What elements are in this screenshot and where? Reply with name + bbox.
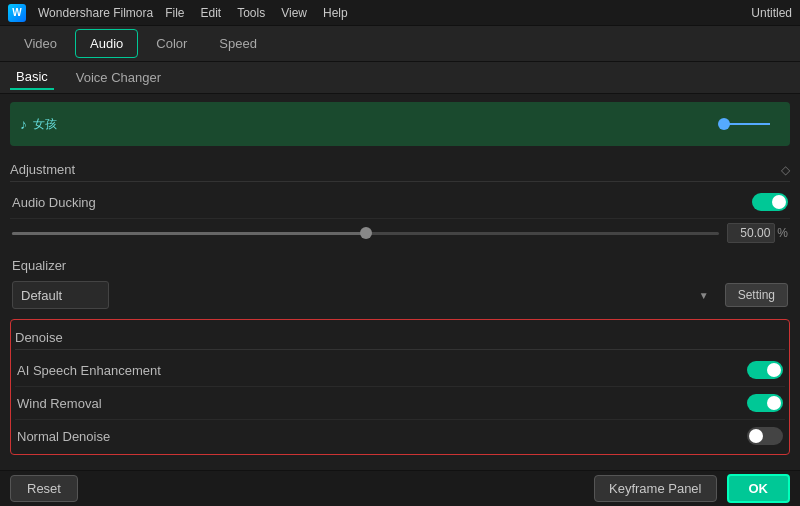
equalizer-setting-button[interactable]: Setting: [725, 283, 788, 307]
normal-denoise-row: Normal Denoise: [15, 420, 785, 452]
main-content: Adjustment ◇ Audio Ducking % Equalizer D…: [0, 154, 800, 470]
audio-ducking-value: %: [727, 223, 788, 243]
adjustment-title: Adjustment: [10, 162, 75, 177]
audio-ducking-toggle[interactable]: [752, 193, 788, 211]
wind-removal-label: Wind Removal: [17, 396, 102, 411]
menu-help[interactable]: Help: [323, 6, 348, 20]
equalizer-label: Equalizer: [12, 258, 66, 273]
menu-items: File Edit Tools View Help: [165, 6, 348, 20]
app-logo: W: [8, 4, 26, 22]
audio-ducking-slider-track[interactable]: [12, 232, 719, 235]
denoise-title: Denoise: [15, 330, 63, 345]
tab-color[interactable]: Color: [142, 30, 201, 57]
equalizer-select-wrapper: Default Flat Classical Deep Electronic H…: [12, 281, 717, 309]
window-title: Untitled: [751, 6, 792, 20]
sub-tab-basic[interactable]: Basic: [10, 65, 54, 90]
equalizer-select-row: Default Flat Classical Deep Electronic H…: [10, 275, 790, 315]
normal-denoise-label: Normal Denoise: [17, 429, 110, 444]
sub-tab-bar: Basic Voice Changer: [0, 62, 800, 94]
audio-ducking-label: Audio Ducking: [12, 195, 96, 210]
menu-view[interactable]: View: [281, 6, 307, 20]
equalizer-dropdown-icon: ▼: [699, 290, 709, 301]
ai-speech-enhancement-label: AI Speech Enhancement: [17, 363, 161, 378]
menu-tools[interactable]: Tools: [237, 6, 265, 20]
equalizer-select[interactable]: Default Flat Classical Deep Electronic H…: [12, 281, 109, 309]
tab-video[interactable]: Video: [10, 30, 71, 57]
bottom-bar: Reset Keyframe Panel OK: [0, 470, 800, 506]
audio-ducking-input[interactable]: [727, 223, 775, 243]
menu-file[interactable]: File: [165, 6, 184, 20]
title-bar: W Wondershare Filmora File Edit Tools Vi…: [0, 0, 800, 26]
sub-tab-voice-changer[interactable]: Voice Changer: [70, 66, 167, 89]
equalizer-row: Equalizer: [10, 251, 790, 275]
audio-track-label: 女孩: [33, 116, 57, 133]
ai-speech-enhancement-row: AI Speech Enhancement: [15, 354, 785, 387]
normal-denoise-toggle[interactable]: [747, 427, 783, 445]
wind-removal-row: Wind Removal: [15, 387, 785, 420]
app-name: Wondershare Filmora: [38, 6, 153, 20]
title-bar-left: W Wondershare Filmora File Edit Tools Vi…: [8, 4, 348, 22]
bottom-right: Keyframe Panel OK: [594, 474, 790, 503]
audio-track-icon: ♪: [20, 116, 27, 132]
tab-bar: Video Audio Color Speed: [0, 26, 800, 62]
audio-ducking-unit: %: [777, 226, 788, 240]
wind-removal-toggle[interactable]: [747, 394, 783, 412]
menu-edit[interactable]: Edit: [201, 6, 222, 20]
audio-ducking-slider-thumb[interactable]: [360, 227, 372, 239]
adjustment-collapse-icon: ◇: [781, 163, 790, 177]
audio-track: ♪ 女孩: [10, 102, 790, 146]
audio-ducking-slider-fill: [12, 232, 366, 235]
audio-volume-line: [720, 123, 770, 125]
ai-speech-enhancement-toggle[interactable]: [747, 361, 783, 379]
denoise-section-header[interactable]: Denoise: [15, 322, 785, 350]
ok-button[interactable]: OK: [727, 474, 791, 503]
keyframe-panel-button[interactable]: Keyframe Panel: [594, 475, 717, 502]
tab-speed[interactable]: Speed: [205, 30, 271, 57]
adjustment-section-header[interactable]: Adjustment ◇: [10, 154, 790, 182]
tab-audio[interactable]: Audio: [75, 29, 138, 58]
audio-ducking-row: Audio Ducking: [10, 186, 790, 219]
reset-button[interactable]: Reset: [10, 475, 78, 502]
audio-ducking-slider-row: %: [10, 219, 790, 251]
denoise-section: Denoise AI Speech Enhancement Wind Remov…: [10, 319, 790, 455]
